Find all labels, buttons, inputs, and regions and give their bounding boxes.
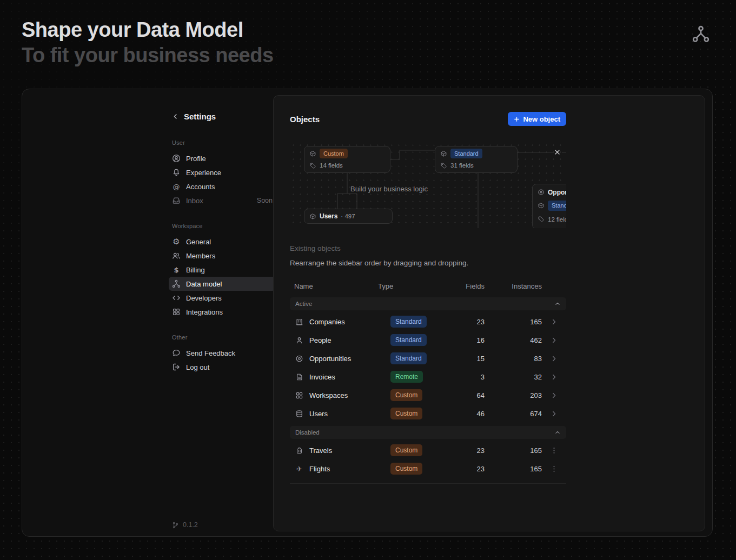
instances-count: 165 bbox=[485, 446, 542, 455]
user-circle-icon bbox=[172, 154, 181, 163]
table-row-invoices[interactable]: Invoices Remote 3 32 bbox=[290, 368, 566, 386]
group-header-disabled[interactable]: Disabled bbox=[290, 426, 566, 439]
sidebar-item-log-out[interactable]: Log out bbox=[169, 360, 276, 374]
node-count: · 497 bbox=[341, 213, 355, 219]
members-icon bbox=[172, 251, 181, 260]
canvas-node-users[interactable]: Users · 497 bbox=[304, 209, 393, 224]
type-badge: Standard bbox=[450, 149, 482, 159]
chevron-right-icon[interactable] bbox=[550, 410, 558, 418]
sidebar-item-developers[interactable]: Developers bbox=[169, 291, 276, 305]
instances-count: 32 bbox=[485, 373, 542, 381]
type-badge: Custom bbox=[390, 463, 422, 475]
type-badge: Custom bbox=[390, 389, 422, 401]
sidebar-item-label: Billing bbox=[186, 266, 205, 274]
building-icon bbox=[295, 318, 303, 326]
cube-icon bbox=[309, 150, 316, 157]
sidebar-item-data-model[interactable]: Data model bbox=[169, 277, 276, 291]
fields-count: 15 bbox=[454, 355, 485, 363]
fields-label: 14 fields bbox=[320, 162, 343, 169]
group-header-active[interactable]: Active bbox=[290, 297, 566, 310]
table-row-users[interactable]: Users Custom 46 674 bbox=[290, 404, 566, 423]
target-icon bbox=[295, 355, 303, 363]
chevron-right-icon[interactable] bbox=[550, 336, 558, 344]
sidebar-item-label: Data model bbox=[186, 280, 222, 288]
sidebar-section-other: Other Send Feedback Log out bbox=[172, 334, 273, 374]
fields-count: 64 bbox=[454, 391, 485, 399]
dots-vertical-icon[interactable] bbox=[550, 446, 558, 455]
new-object-button[interactable]: New object bbox=[508, 112, 566, 126]
dots-vertical-icon[interactable] bbox=[550, 465, 558, 473]
data-model-canvas[interactable]: Custom 14 fields Standard 31 fields bbox=[290, 142, 566, 228]
sidebar-item-general[interactable]: ⚙ General bbox=[169, 235, 276, 249]
type-badge: Custom bbox=[390, 408, 422, 419]
column-name: Name bbox=[290, 282, 378, 290]
canvas-node-custom[interactable]: Custom 14 fields bbox=[304, 146, 390, 173]
sidebar-item-experience[interactable]: Experience bbox=[169, 165, 276, 179]
tag-icon bbox=[440, 162, 447, 169]
object-name: Opportunities bbox=[309, 355, 351, 363]
fields-label: 12 fields bbox=[548, 216, 566, 223]
canvas-node-standard[interactable]: Standard 31 fields bbox=[435, 146, 518, 173]
sidebar-item-accounts[interactable]: @ Accounts bbox=[169, 179, 276, 194]
sidebar-item-profile[interactable]: Profile bbox=[169, 151, 276, 165]
node-title: Users bbox=[320, 212, 337, 220]
table-row-opportunities[interactable]: Opportunities Standard 15 83 bbox=[290, 349, 566, 368]
object-name: Invoices bbox=[309, 373, 335, 381]
settings-back[interactable]: Settings bbox=[172, 112, 273, 121]
type-badge: Custom bbox=[390, 444, 422, 456]
cube-icon bbox=[309, 213, 316, 220]
instances-count: 165 bbox=[485, 465, 542, 473]
plus-icon bbox=[514, 116, 520, 122]
object-name: Flights bbox=[309, 465, 330, 473]
section-label-user: User bbox=[172, 139, 273, 146]
inbox-icon bbox=[172, 196, 181, 205]
luggage-icon bbox=[295, 446, 303, 455]
fields-count: 3 bbox=[454, 373, 485, 381]
table-row-travels[interactable]: Travels Custom 23 165 bbox=[290, 441, 566, 459]
sidebar-item-billing[interactable]: $ Billing bbox=[169, 263, 276, 277]
sidebar-item-send-feedback[interactable]: Send Feedback bbox=[169, 346, 276, 360]
tag-icon bbox=[309, 162, 316, 169]
type-badge: Custom bbox=[320, 149, 348, 159]
sidebar-item-inbox: Inbox Soon bbox=[169, 194, 276, 208]
fields-count: 23 bbox=[454, 446, 485, 455]
instances-count: 165 bbox=[485, 318, 542, 326]
objects-card: Objects New object Custom bbox=[273, 95, 705, 531]
chevron-up-icon[interactable] bbox=[554, 301, 561, 307]
fields-count: 46 bbox=[454, 410, 485, 418]
object-name: Travels bbox=[309, 446, 332, 455]
sidebar-section-user: User Profile Experience @ Accounts Inbox… bbox=[172, 139, 273, 208]
type-badge: Standard bbox=[390, 334, 427, 346]
sidebar-item-integrations[interactable]: Integrations bbox=[169, 305, 276, 319]
chevron-up-icon[interactable] bbox=[554, 429, 561, 436]
sidebar-item-members[interactable]: Members bbox=[169, 249, 276, 263]
chevron-right-icon[interactable] bbox=[550, 318, 558, 326]
sidebar-item-label: General bbox=[186, 238, 211, 246]
object-name: Users bbox=[309, 410, 328, 418]
table-row-workspaces[interactable]: Workspaces Custom 64 203 bbox=[290, 386, 566, 404]
chevron-right-icon[interactable] bbox=[550, 355, 558, 363]
grid-icon bbox=[172, 308, 181, 316]
at-icon: @ bbox=[172, 182, 181, 191]
table-row-people[interactable]: People Standard 16 462 bbox=[290, 331, 566, 349]
canvas-node-opportunities[interactable]: Opportunities Standard 12 fields bbox=[532, 184, 566, 228]
database-icon bbox=[295, 410, 303, 418]
sidebar-item-label: Developers bbox=[186, 294, 222, 302]
settings-sidebar: Settings User Profile Experience @ Accou… bbox=[172, 89, 273, 536]
existing-objects-description: Rearrange the sidebar order by dragging … bbox=[290, 259, 566, 267]
table-row-companies[interactable]: Companies Standard 23 165 bbox=[290, 312, 566, 331]
share-nodes-icon bbox=[692, 25, 710, 43]
page-subtitle: To fit your business needs bbox=[22, 44, 274, 67]
soon-badge: Soon bbox=[257, 197, 273, 204]
objects-title: Objects bbox=[290, 115, 320, 124]
instances-count: 203 bbox=[485, 391, 542, 399]
group-label: Disabled bbox=[295, 429, 320, 436]
sidebar-item-label: Send Feedback bbox=[186, 349, 235, 357]
node-title: Opportunities bbox=[548, 189, 566, 196]
close-icon[interactable] bbox=[553, 148, 561, 156]
type-badge: Remote bbox=[390, 371, 423, 383]
chevron-right-icon[interactable] bbox=[550, 391, 558, 399]
chevron-right-icon[interactable] bbox=[550, 373, 558, 381]
settings-panel: Settings User Profile Experience @ Accou… bbox=[22, 89, 713, 537]
table-row-flights[interactable]: ✈ Flights Custom 23 165 bbox=[290, 459, 566, 478]
